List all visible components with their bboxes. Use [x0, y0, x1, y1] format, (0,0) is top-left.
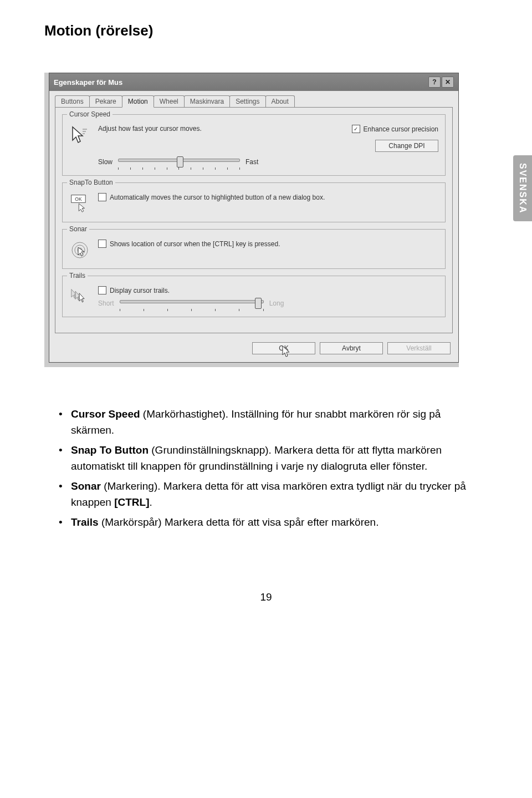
snapto-ok-icon: OK — [69, 193, 90, 214]
groupbox-title-cursor-speed: Cursor Speed — [67, 110, 112, 118]
groupbox-snapto: SnapTo Button OK Automatically moves the… — [62, 182, 446, 222]
snapto-label: Automatically moves the cursor to highli… — [110, 194, 325, 201]
checkbox-checked-icon: ✓ — [352, 125, 360, 133]
groupbox-title-snapto: SnapTo Button — [67, 179, 115, 186]
page-heading: Motion (rörelse) — [44, 22, 488, 39]
cursor-speed-desc: Adjust how fast your cursor moves. — [98, 125, 202, 133]
dialog-buttons-row: OK Avbryt Verkställ — [49, 339, 458, 362]
apply-button: Verkställ — [387, 342, 451, 354]
tab-buttons[interactable]: Buttons — [55, 95, 90, 107]
snapto-checkbox[interactable]: Automatically moves the cursor to highli… — [98, 193, 438, 201]
cursor-pointer-icon — [281, 345, 291, 358]
tab-pekare[interactable]: Pekare — [89, 95, 122, 107]
tab-motion[interactable]: Motion — [122, 95, 154, 108]
cursor-speed-slider[interactable] — [118, 156, 240, 167]
tab-settings[interactable]: Settings — [229, 95, 265, 107]
tab-panel-motion: Cursor Speed Adjust how fast your cursor… — [55, 107, 453, 333]
trails-checkbox[interactable]: Display cursor trails. — [98, 286, 438, 294]
groupbox-sonar: Sonar Shows location of cursor when the … — [62, 229, 446, 269]
enhance-precision-checkbox[interactable]: ✓ Enhance cursor precision — [352, 125, 438, 133]
cursor-arrow-icon — [69, 125, 90, 146]
sonar-checkbox[interactable]: Shows location of cursor when the [CTRL]… — [98, 240, 438, 248]
groupbox-trails: Trails Display cursor trails. Short — [62, 276, 446, 317]
bullet-bold: Snap To Button — [71, 444, 149, 456]
tabs-row: Buttons Pekare Motion Wheel Maskinvara S… — [49, 91, 458, 107]
sonar-label: Shows location of cursor when the [CTRL]… — [110, 240, 280, 248]
slider-slow-label: Slow — [98, 158, 112, 166]
trails-short-label: Short — [98, 299, 114, 307]
close-button[interactable]: ✕ — [442, 77, 454, 88]
description-list: Cursor Speed (Markörhastighet). Inställn… — [55, 406, 477, 530]
bullet-bold-ctrl: [CTRL] — [114, 496, 149, 508]
help-button[interactable]: ? — [428, 77, 441, 88]
dialog-shadow-wrap: Egenskaper för Mus ? ✕ Buttons Pekare Mo… — [44, 73, 459, 367]
bullet-text-end: . — [150, 496, 152, 508]
language-side-tab: SVENSKA — [513, 155, 532, 221]
list-item: Trails (Markörspår) Markera detta för at… — [55, 514, 477, 530]
trails-slider — [120, 298, 264, 309]
groupbox-title-trails: Trails — [67, 272, 88, 279]
cancel-button[interactable]: Avbryt — [320, 342, 383, 354]
list-item: Snap To Button (Grundinställningsknapp).… — [55, 442, 477, 475]
groupbox-title-sonar: Sonar — [67, 225, 89, 233]
groupbox-cursor-speed: Cursor Speed Adjust how fast your cursor… — [62, 114, 446, 176]
checkbox-unchecked-icon — [98, 240, 106, 248]
trails-label: Display cursor trails. — [110, 287, 170, 294]
tab-maskinvara[interactable]: Maskinvara — [184, 95, 230, 107]
tab-wheel[interactable]: Wheel — [154, 95, 185, 107]
enhance-precision-label: Enhance cursor precision — [364, 125, 438, 133]
titlebar: Egenskaper för Mus ? ✕ — [49, 73, 458, 91]
titlebar-controls: ? ✕ — [428, 77, 454, 88]
list-item: Cursor Speed (Markörhastighet). Inställn… — [55, 406, 477, 439]
mouse-properties-dialog: Egenskaper för Mus ? ✕ Buttons Pekare Mo… — [49, 73, 459, 363]
bullet-bold: Trails — [71, 516, 99, 528]
bullet-text: (Markörspår) Markera detta för att visa … — [99, 516, 379, 528]
tab-about[interactable]: About — [265, 95, 295, 107]
trails-icon — [69, 286, 90, 307]
list-item: Sonar (Markering). Markera detta för att… — [55, 478, 477, 511]
svg-text:OK: OK — [75, 196, 82, 202]
sonar-icon — [69, 240, 90, 261]
bullet-bold: Cursor Speed — [71, 408, 140, 420]
trails-long-label: Long — [269, 299, 284, 307]
checkbox-unchecked-icon — [98, 286, 106, 294]
bullet-bold: Sonar — [71, 480, 101, 492]
checkbox-unchecked-icon — [98, 193, 106, 201]
window-title: Egenskaper för Mus — [54, 78, 122, 87]
slider-fast-label: Fast — [245, 158, 258, 166]
change-dpi-button[interactable]: Change DPI — [375, 140, 438, 152]
page-number: 19 — [44, 591, 488, 603]
